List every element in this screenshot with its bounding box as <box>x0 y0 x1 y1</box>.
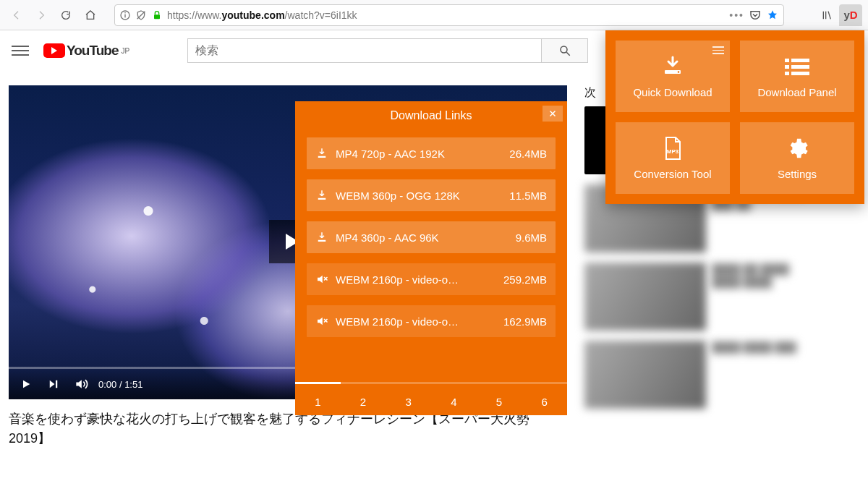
download-page-6[interactable]: 6 <box>522 382 567 415</box>
download-format: WEBM 2160p - video-o… <box>336 315 496 328</box>
svg-rect-9 <box>318 240 326 242</box>
download-panel-pager: 123456 <box>295 382 567 415</box>
pocket-icon[interactable] <box>749 9 762 22</box>
download-format: WEBM 2160p - video-o… <box>336 273 496 286</box>
svg-rect-8 <box>318 198 326 200</box>
bookmark-star-icon[interactable] <box>766 9 779 22</box>
download-option-3[interactable]: WEBM 2160p - video-o…259.2MB <box>307 263 556 295</box>
volume-button[interactable] <box>74 377 88 391</box>
download-icon <box>315 189 328 202</box>
download-option-0[interactable]: MP4 720p - AAC 192K26.4MB <box>307 137 556 169</box>
mp3-file-icon: MP3 <box>660 136 685 161</box>
youtube-search <box>187 38 588 63</box>
download-size: 9.6MB <box>516 231 547 244</box>
home-icon <box>85 9 96 21</box>
video-thumbnail <box>584 263 706 331</box>
youtube-logo[interactable]: YouTube JP <box>43 43 129 59</box>
play-button[interactable] <box>19 377 33 391</box>
download-links-panel: Download Links MP4 720p - AAC 192K26.4MB… <box>295 101 567 415</box>
download-page-1[interactable]: 1 <box>295 382 341 415</box>
youtube-play-icon <box>43 43 65 58</box>
svg-rect-15 <box>791 65 809 69</box>
browser-navbar: https://www.youtube.com/watch?v=6iI1kk •… <box>0 0 868 30</box>
url-text: https://www.youtube.com/watch?v=6iI1kk <box>167 9 725 21</box>
search-input[interactable] <box>187 38 542 63</box>
list-icon <box>785 57 809 76</box>
download-page-3[interactable]: 3 <box>386 382 431 415</box>
download-page-4[interactable]: 4 <box>431 382 477 415</box>
download-icon <box>315 147 328 160</box>
svg-rect-4 <box>154 14 160 19</box>
library-icon <box>821 9 833 21</box>
ext-tile-label: Download Panel <box>757 86 836 98</box>
svg-rect-13 <box>791 59 809 62</box>
download-option-4[interactable]: WEBM 2160p - video-o…162.9MB <box>307 305 556 337</box>
download-format: MP4 360p - AAC 96K <box>336 231 509 244</box>
ext-tile-settings[interactable]: Settings <box>740 122 854 194</box>
svg-rect-2 <box>124 12 125 13</box>
download-size: 26.4MB <box>509 148 547 160</box>
mute-icon <box>315 315 328 328</box>
svg-rect-17 <box>791 72 809 75</box>
download-page-2[interactable]: 2 <box>341 382 386 415</box>
shield-slash-icon <box>135 9 147 21</box>
arrow-left-icon <box>11 9 22 21</box>
download-page-5[interactable]: 5 <box>477 382 522 415</box>
youtube-region: JP <box>121 47 129 55</box>
svg-rect-12 <box>785 59 789 62</box>
next-button[interactable] <box>46 377 61 391</box>
download-icon <box>315 231 328 244</box>
nav-forward-button[interactable] <box>30 4 52 26</box>
ext-tile-label: Quick Download <box>633 86 712 98</box>
download-format: MP4 720p - AAC 192K <box>336 148 502 160</box>
sidebar-video-2[interactable]: ████ ██ ████████ ████ <box>584 263 856 331</box>
ext-tile-label: Conversion Tool <box>634 168 711 180</box>
svg-rect-7 <box>318 156 326 158</box>
svg-point-5 <box>561 46 567 53</box>
svg-rect-16 <box>785 72 789 75</box>
download-option-2[interactable]: MP4 360p - AAC 96K9.6MB <box>307 221 556 253</box>
download-size: 162.9MB <box>503 315 547 328</box>
download-size: 259.2MB <box>503 273 547 286</box>
player-time: 0:00 / 1:51 <box>98 379 142 390</box>
download-format: WEBM 360p - OGG 128K <box>336 190 502 202</box>
download-panel-header: Download Links <box>295 101 567 130</box>
download-panel-title: Download Links <box>391 109 472 122</box>
svg-point-11 <box>678 71 679 72</box>
svg-rect-1 <box>124 14 125 17</box>
url-bar[interactable]: https://www.youtube.com/watch?v=6iI1kk •… <box>114 4 784 26</box>
download-option-1[interactable]: WEBM 360p - OGG 128K11.5MB <box>307 179 556 211</box>
download-icon <box>660 56 685 77</box>
ext-tile-conversion-tool[interactable]: MP3Conversion Tool <box>616 122 730 194</box>
video-title: 音楽を使わず豪快な花火の打ち上げで観客を魅了するフィナーレシーン【スーパー大火勢… <box>9 409 567 448</box>
menu-button[interactable] <box>12 42 29 59</box>
nav-home-button[interactable] <box>80 4 101 26</box>
search-icon <box>558 44 571 57</box>
download-panel-close[interactable] <box>542 106 563 122</box>
extension-popup: Quick DownloadDownload PanelMP3Conversio… <box>605 30 864 204</box>
arrow-right-icon <box>35 9 47 21</box>
video-thumbnail <box>584 341 706 409</box>
library-button[interactable] <box>816 4 838 26</box>
youtube-logo-text: YouTube <box>67 43 118 59</box>
download-size: 11.5MB <box>509 190 547 202</box>
svg-rect-14 <box>785 65 789 69</box>
search-button[interactable] <box>542 38 588 63</box>
nav-back-button[interactable] <box>6 4 27 26</box>
ext-tile-label: Settings <box>778 168 817 180</box>
svg-line-6 <box>566 52 570 56</box>
info-icon <box>119 9 131 21</box>
mute-icon <box>315 273 328 286</box>
page-actions-button[interactable]: ••• <box>729 9 744 21</box>
ext-tile-quick-download[interactable]: Quick Download <box>616 41 730 112</box>
extension-yd-button[interactable]: yD <box>839 4 862 26</box>
sidebar-video-3[interactable]: ████ ████ ███ <box>584 341 856 409</box>
gear-icon <box>786 137 809 160</box>
ext-tile-download-panel[interactable]: Download Panel <box>740 41 854 112</box>
tile-menu-icon <box>712 46 724 54</box>
reload-icon <box>60 9 72 21</box>
lock-icon <box>151 9 163 21</box>
close-icon <box>548 109 557 118</box>
svg-text:MP3: MP3 <box>667 148 679 155</box>
nav-reload-button[interactable] <box>55 4 77 26</box>
